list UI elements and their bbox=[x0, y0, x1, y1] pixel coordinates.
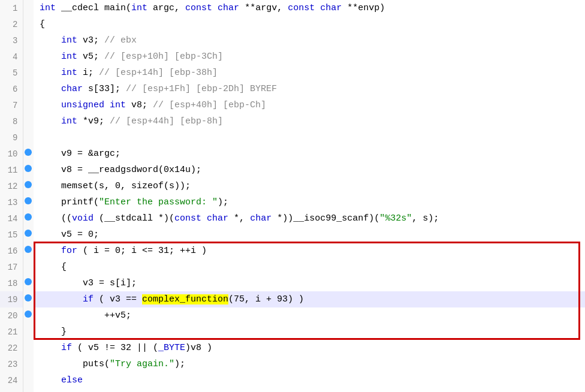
string-literal: "Try again." bbox=[110, 359, 174, 369]
code-line: 5 int i; // [esp+14h] [ebp-38h] bbox=[0, 65, 585, 81]
code-content: int i; // [esp+14h] [ebp-38h] bbox=[34, 65, 585, 81]
breakpoint-dot bbox=[25, 149, 32, 156]
code-line: 24 else bbox=[0, 372, 585, 388]
code-line: 23 puts("Try again."); bbox=[0, 356, 585, 372]
breakpoint-cell[interactable] bbox=[23, 162, 34, 178]
code-line: 22 if ( v5 != 32 || (_BYTE)v8 ) bbox=[0, 340, 585, 356]
line-number: 3 bbox=[0, 32, 23, 49]
breakpoint-cell[interactable] bbox=[23, 0, 34, 16]
string-literal: "Enter the password: " bbox=[99, 197, 218, 207]
code-line: 13 printf("Enter the password: "); bbox=[0, 194, 585, 210]
keyword: int bbox=[61, 52, 77, 62]
line-number: 23 bbox=[0, 356, 23, 372]
line-number: 6 bbox=[0, 81, 23, 97]
line-number: 25 bbox=[0, 388, 23, 392]
keyword: const bbox=[174, 213, 201, 224]
code-line: 17 { bbox=[0, 259, 585, 275]
breakpoint-cell[interactable] bbox=[23, 307, 34, 324]
breakpoint-dot bbox=[25, 181, 32, 188]
line-number: 15 bbox=[0, 227, 23, 243]
comment: // ebx bbox=[104, 35, 137, 46]
code-line: 25 puts("Good Job."); bbox=[0, 388, 585, 392]
line-number: 1 bbox=[0, 0, 23, 16]
breakpoint-dot bbox=[25, 213, 32, 221]
breakpoint-cell[interactable] bbox=[23, 243, 34, 259]
comment: // [esp+44h] [ebp-8h] bbox=[110, 116, 223, 126]
code-line: 2{ bbox=[0, 16, 585, 32]
breakpoint-cell[interactable] bbox=[23, 340, 34, 356]
code-content: v8 = __readgsdword(0x14u); bbox=[34, 162, 585, 178]
breakpoint-cell[interactable] bbox=[23, 16, 34, 32]
code-line: 14 ((void (__stdcall *)(const char *, ch… bbox=[0, 210, 585, 227]
breakpoint-cell[interactable] bbox=[23, 210, 34, 227]
keyword: int bbox=[61, 35, 77, 46]
breakpoint-cell[interactable] bbox=[23, 178, 34, 194]
comment: // [esp+10h] [ebp-3Ch] bbox=[104, 52, 223, 62]
line-number: 14 bbox=[0, 210, 23, 227]
code-line: 1int __cdecl main(int argc, const char *… bbox=[0, 0, 585, 16]
line-number: 24 bbox=[0, 372, 23, 388]
keyword: if bbox=[83, 294, 94, 304]
code-content: char s[33]; // [esp+1Fh] [ebp-2Dh] BYREF bbox=[34, 81, 585, 97]
code-content: { bbox=[34, 259, 585, 275]
line-number: 10 bbox=[0, 146, 23, 162]
breakpoint-cell[interactable] bbox=[23, 324, 34, 340]
breakpoint-cell[interactable] bbox=[23, 372, 34, 388]
line-number: 21 bbox=[0, 324, 23, 340]
breakpoint-cell[interactable] bbox=[23, 227, 34, 243]
line-number: 19 bbox=[0, 291, 23, 307]
keyword: char bbox=[250, 213, 272, 224]
breakpoint-cell[interactable] bbox=[23, 81, 34, 97]
line-number: 22 bbox=[0, 340, 23, 356]
breakpoint-cell[interactable] bbox=[23, 259, 34, 275]
line-number: 13 bbox=[0, 194, 23, 210]
code-content: if ( v5 != 32 || (_BYTE)v8 ) bbox=[34, 340, 585, 356]
keyword: const bbox=[185, 3, 212, 13]
code-line: 3 int v3; // ebx bbox=[0, 32, 585, 49]
code-content: { bbox=[34, 16, 585, 32]
code-content: printf("Enter the password: "); bbox=[34, 194, 585, 210]
breakpoint-cell[interactable] bbox=[23, 113, 34, 129]
code-line: 18 v3 = s[i]; bbox=[0, 275, 585, 291]
comment: // [esp+40h] [ebp-Ch] bbox=[153, 100, 266, 110]
line-number: 16 bbox=[0, 243, 23, 259]
code-line: 7 unsigned int v8; // [esp+40h] [ebp-Ch] bbox=[0, 97, 585, 113]
keyword: int bbox=[61, 68, 77, 78]
highlighted-function: complex_function bbox=[142, 294, 228, 304]
code-content: else bbox=[34, 372, 585, 388]
breakpoint-cell[interactable] bbox=[23, 146, 34, 162]
keyword: int bbox=[40, 3, 56, 13]
breakpoint-cell[interactable] bbox=[23, 275, 34, 291]
breakpoint-cell[interactable] bbox=[23, 388, 34, 392]
line-number: 18 bbox=[0, 275, 23, 291]
code-line: 12 memset(s, 0, sizeof(s)); bbox=[0, 178, 585, 194]
breakpoint-dot bbox=[25, 294, 32, 301]
code-content: puts("Good Job."); bbox=[34, 388, 585, 392]
breakpoint-dot bbox=[25, 165, 32, 172]
keyword: char bbox=[61, 84, 83, 94]
code-line: 20 ++v5; bbox=[0, 307, 585, 324]
breakpoint-cell[interactable] bbox=[23, 194, 34, 210]
breakpoint-cell[interactable] bbox=[23, 65, 34, 81]
code-content bbox=[34, 129, 585, 146]
keyword: int bbox=[61, 116, 77, 126]
keyword: _BYTE bbox=[158, 343, 185, 353]
breakpoint-cell[interactable] bbox=[23, 32, 34, 49]
keyword: int bbox=[131, 3, 147, 13]
keyword: void bbox=[72, 213, 94, 224]
breakpoint-cell[interactable] bbox=[23, 129, 34, 146]
breakpoint-cell[interactable] bbox=[23, 356, 34, 372]
code-content: int v3; // ebx bbox=[34, 32, 585, 49]
code-content: unsigned int v8; // [esp+40h] [ebp-Ch] bbox=[34, 97, 585, 113]
line-number: 4 bbox=[0, 49, 23, 65]
breakpoint-cell[interactable] bbox=[23, 291, 34, 307]
code-content: v3 = s[i]; bbox=[34, 275, 585, 291]
line-number: 8 bbox=[0, 113, 23, 129]
code-line: 10 v9 = &argc; bbox=[0, 146, 585, 162]
breakpoint-cell[interactable] bbox=[23, 49, 34, 65]
line-number: 9 bbox=[0, 129, 23, 146]
comment: // [esp+14h] [ebp-38h] bbox=[99, 68, 218, 78]
breakpoint-cell[interactable] bbox=[23, 97, 34, 113]
keyword: char bbox=[218, 3, 239, 13]
code-content: memset(s, 0, sizeof(s)); bbox=[34, 178, 585, 194]
